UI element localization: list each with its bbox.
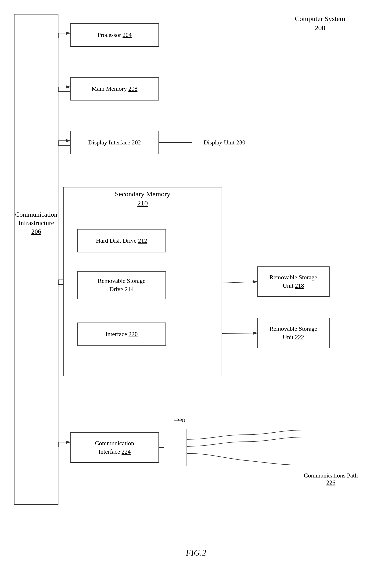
diagram: CommunicationInfrastructure206 Computer … (0, 0, 392, 567)
display-unit-box: Display Unit 230 (192, 131, 257, 154)
rsu222-box: Removable StorageUnit 222 (257, 318, 330, 348)
computer-system-label: Computer System 200 (295, 14, 345, 32)
comm-interface-box: CommunicationInterface 224 (70, 432, 159, 463)
processor-box: Processor 204 (70, 23, 159, 47)
comm-path-label: Communications Path 226 (304, 472, 358, 486)
hdd-box: Hard Disk Drive 212 (77, 229, 166, 252)
display-interface-box: Display Interface 202 (70, 131, 159, 154)
rsd-box: Removable StorageDrive 214 (77, 271, 166, 299)
rsu218-box: Removable StorageUnit 218 (257, 266, 330, 297)
connector228-label: 228 (177, 417, 185, 424)
fig-label: FIG.2 (186, 548, 206, 558)
interface220-box: Interface 220 (77, 322, 166, 346)
comm-infra-label: CommunicationInfrastructure206 (14, 210, 58, 236)
main-memory-box: Main Memory 208 (70, 77, 159, 100)
box228 (164, 429, 187, 466)
comm-infra-box (14, 14, 58, 505)
